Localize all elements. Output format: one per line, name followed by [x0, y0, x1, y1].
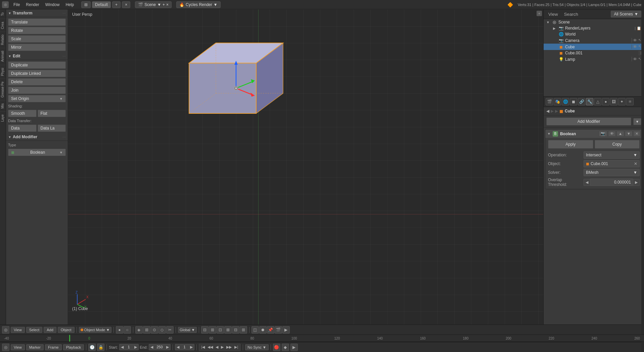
delete-btn[interactable]: Delete [8, 78, 66, 86]
outliner-item-world[interactable]: 🌐 World [544, 31, 644, 37]
workspace-close[interactable]: × [122, 1, 130, 8]
duplicate-btn[interactable]: Duplicate [8, 61, 66, 69]
flat-btn[interactable]: Flat [38, 110, 66, 117]
boolean-expand-icon[interactable]: ▼ [547, 132, 551, 136]
viewport-snap-icon[interactable]: ⊞ [143, 326, 150, 334]
rotate-btn[interactable]: Rotate [8, 27, 66, 34]
prop-tab-object[interactable]: ◼ [570, 98, 577, 105]
timeline-frame-btn[interactable]: Frame [45, 344, 62, 350]
edit-section-header[interactable]: ▼ Edit ⋯ [6, 52, 68, 60]
viewport-solid-icon[interactable]: ● [116, 326, 123, 334]
data-la-btn[interactable]: Data La [38, 124, 66, 132]
viewport-xray-icon[interactable]: ◇ [158, 326, 166, 334]
timeline-view-btn[interactable]: View [11, 344, 25, 350]
prop-tab-particles[interactable]: ✦ [618, 98, 626, 105]
menu-window[interactable]: Window [43, 2, 62, 8]
left-tab-tools[interactable]: To [0, 9, 6, 19]
viewport-render-icon[interactable]: 🎬 [275, 326, 282, 334]
smooth-btn[interactable]: Smooth [8, 110, 37, 117]
scene-selector[interactable]: 🎬 Scene ▼ + × [135, 1, 172, 8]
timeline-end-icon1[interactable]: 🔴 [273, 344, 280, 351]
render-engine-selector[interactable]: 🔥 Cycles Render ▼ [176, 1, 221, 8]
scale-btn[interactable]: Scale [8, 35, 66, 43]
viewport-grid3[interactable]: ⊡ [217, 326, 224, 334]
viewport-grid4[interactable]: ⊠ [224, 326, 232, 334]
viewport-anim-icon[interactable]: ▶ [282, 326, 290, 334]
renderlayers-action-icon[interactable]: 📋 [637, 26, 641, 31]
menu-file[interactable]: File [11, 2, 22, 8]
prop-tab-physics[interactable]: ⚛ [626, 98, 634, 105]
left-tab-physics[interactable]: Physi [0, 65, 6, 79]
boolean-down-btn[interactable]: ▼ [625, 131, 633, 137]
viewport-wire-icon[interactable]: ○ [124, 326, 131, 334]
scene-add[interactable]: + [163, 2, 165, 7]
overlap-value[interactable]: 0.000001 [590, 179, 633, 186]
pb-play-btn[interactable]: ▶ [220, 345, 225, 350]
mirror-btn[interactable]: Mirror [8, 44, 66, 51]
viewport-pin-icon[interactable]: 📌 [267, 326, 274, 334]
outliner-item-cube001[interactable]: ◼ Cube.001 | [544, 50, 644, 56]
timeline-clock-icon[interactable]: 🕐 [88, 344, 96, 351]
end-frame-field[interactable]: ◀ 250 ▶ [149, 344, 170, 350]
prop-tab-modifier[interactable]: 🔧 [586, 98, 593, 105]
object-value-field[interactable]: ◼ Cube.001 ✕ [584, 160, 640, 167]
type-dropdown[interactable]: ◼ Boolean ▼ [8, 149, 66, 156]
cube-cursor-btn[interactable]: ↖ [638, 44, 641, 49]
timeline-end-icon3[interactable]: ▶ [290, 344, 298, 351]
join-btn[interactable]: Join [8, 87, 66, 94]
translate-btn[interactable]: Translate [8, 18, 66, 26]
cube-eye-btn[interactable]: 👁 [633, 44, 637, 49]
prop-tab-constraints[interactable]: 🔗 [578, 98, 585, 105]
boolean-close-btn[interactable]: ✕ [633, 131, 640, 137]
renderlayers-expand-icon[interactable]: ▶ [553, 27, 557, 30]
viewport-grid2[interactable]: ⊞ [209, 326, 216, 334]
timeline-marker-btn[interactable]: Marker [26, 344, 44, 350]
viewport-menu-icon[interactable]: ◎ [2, 326, 9, 334]
timeline-end-icon2[interactable]: ◆ [282, 344, 289, 351]
data-btn[interactable]: Data [8, 124, 37, 132]
add-modifier-dropdown-btn[interactable]: ▼ [633, 118, 641, 125]
renderlayers-action-link[interactable]: | [635, 26, 636, 31]
left-tab-animation[interactable]: Animati [0, 48, 6, 64]
viewport-add-btn[interactable]: Add [44, 327, 56, 333]
operation-select[interactable]: Intersect ▼ [584, 151, 640, 159]
pb-last-btn[interactable]: ▶| [233, 345, 239, 350]
object-clear-btn[interactable]: ✕ [634, 161, 637, 166]
copy-btn[interactable]: Copy [595, 140, 640, 149]
prop-tab-render[interactable]: 🎬 [546, 98, 553, 105]
outliner-item-camera[interactable]: 📷 Camera 👁 ↖ [544, 37, 644, 44]
camera-cursor-btn[interactable]: ↖ [638, 38, 641, 43]
timeline-playback-btn[interactable]: Playback [63, 344, 84, 350]
apply-btn[interactable]: Apply [548, 140, 593, 149]
boolean-up-btn[interactable]: ▲ [616, 131, 624, 137]
transform-orientation-select[interactable]: Global ▼ [178, 327, 197, 333]
workspace-tab-default[interactable]: Default [92, 1, 111, 8]
viewport-expand-btn[interactable]: + [537, 11, 542, 16]
left-tab-create[interactable]: Crea [0, 19, 6, 32]
outliner-item-renderlayers[interactable]: ▶ 📷 RenderLayers | 📋 [544, 25, 644, 31]
outliner-view-btn[interactable]: View [546, 11, 560, 17]
overlap-left-arrow[interactable]: ◀ [584, 179, 590, 186]
viewport-view-btn[interactable]: View [11, 327, 25, 333]
start-frame-field[interactable]: ◀ 1 ▶ [119, 344, 139, 350]
workspace-add[interactable]: + [112, 1, 121, 8]
solver-select[interactable]: BMesh ▼ [584, 169, 640, 176]
duplicate-linked-btn[interactable]: Duplicate Linked [8, 70, 66, 77]
set-origin-dropdown[interactable]: Set Origin ▼ [8, 95, 66, 102]
workspace-layout-icon[interactable]: ⊞ [81, 1, 91, 8]
pb-first-btn[interactable]: |◀ [200, 345, 206, 350]
left-tab-relations[interactable]: Relatio [0, 32, 6, 48]
object-mode-select[interactable]: Object Mode ▼ [79, 327, 111, 333]
camera-eye-btn[interactable]: 👁 [633, 38, 637, 43]
prop-tab-data[interactable]: △ [594, 98, 601, 105]
prop-tab-scene[interactable]: 🎭 [554, 98, 561, 105]
add-modifier-btn[interactable]: Add Modifier [546, 117, 631, 125]
lamp-eye-btn[interactable]: 👁 [633, 57, 637, 62]
pb-back-btn[interactable]: ◀ [215, 345, 219, 350]
sync-mode-dropdown[interactable]: No Sync ▼ [245, 344, 269, 350]
outliner-item-scene[interactable]: ▼ ◎ Scene [544, 19, 644, 25]
viewport[interactable]: User Persp + [68, 9, 543, 324]
menu-render[interactable]: Render [23, 2, 42, 8]
menu-help[interactable]: Help [63, 2, 77, 8]
timeline-menu-icon[interactable]: ◎ [2, 344, 9, 351]
